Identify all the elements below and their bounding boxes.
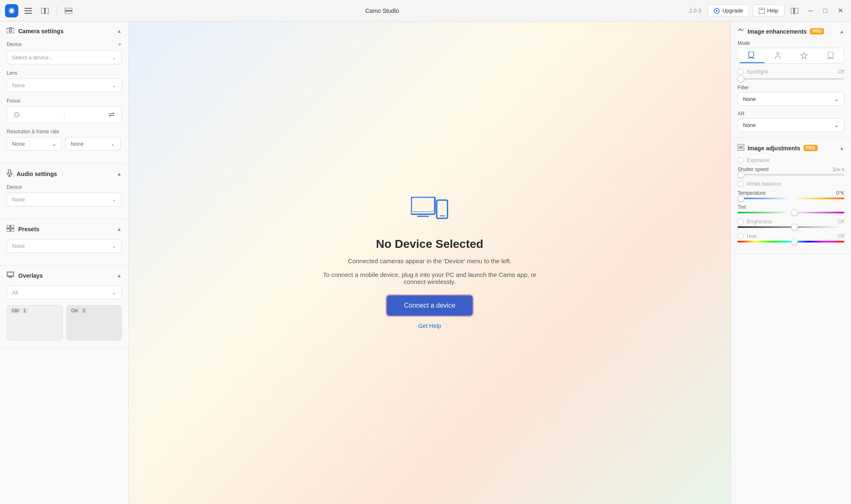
overlays-filter-select[interactable]: All ⌄ — [7, 286, 122, 299]
audio-device-value: None — [12, 196, 25, 203]
maximize-button[interactable]: □ — [819, 5, 831, 17]
svg-rect-13 — [791, 8, 794, 14]
svg-rect-17 — [8, 169, 11, 174]
filter-dropdown[interactable]: None ⌄ — [738, 92, 844, 106]
resolution-label: Resolution & frame rate — [7, 129, 59, 135]
svg-rect-36 — [828, 52, 833, 58]
ar-dropdown[interactable]: None ⌄ — [738, 118, 844, 132]
left-sidebar: Camera settings ▲ Device + Select a devi… — [0, 22, 129, 504]
device-chevron-icon: ⌄ — [112, 54, 116, 61]
image-enhancements-chevron-icon: ▲ — [839, 29, 844, 34]
presets-header[interactable]: Presets ▲ — [0, 219, 128, 239]
framerate-select[interactable]: None ⌄ — [65, 137, 121, 151]
presets-select[interactable]: None ⌄ — [7, 239, 122, 253]
layout-button[interactable] — [38, 4, 52, 17]
overlay-item-2[interactable]: Ctrl 2 — [66, 305, 122, 340]
overlays-filter-chevron-icon: ⌄ — [112, 289, 116, 296]
right-sidebar: Image enhancements PRO ▲ Mode — [730, 22, 851, 504]
svg-rect-28 — [412, 198, 434, 212]
svg-rect-6 — [45, 8, 49, 14]
audio-settings-header[interactable]: Audio settings ▲ — [0, 164, 128, 184]
presets-section: Presets ▲ None ⌄ — [0, 219, 128, 266]
audio-icon — [7, 169, 12, 179]
focus-label: Focus — [7, 98, 20, 104]
shutter-speed-slider[interactable] — [738, 174, 844, 176]
focus-adjust-icon[interactable]: ⇌ — [108, 110, 115, 119]
close-button[interactable]: ✕ — [834, 5, 846, 17]
svg-rect-25 — [7, 272, 13, 276]
white-balance-row: White balance — [738, 181, 844, 187]
svg-rect-23 — [11, 229, 14, 232]
exposure-label: Exposure — [747, 157, 770, 163]
brightness-label: Brightness — [747, 218, 772, 225]
brightness-row: Brightness Off — [738, 218, 844, 225]
svg-rect-21 — [11, 225, 14, 228]
minimize-button[interactable]: ─ — [804, 5, 816, 17]
resolution-framerate-row: None ⌄ None ⌄ — [7, 137, 122, 151]
focus-dot-icon[interactable]: ⊙ — [14, 110, 20, 119]
spotlight-slider[interactable] — [738, 78, 844, 80]
split-view-button[interactable] — [788, 4, 801, 17]
mode-silhouette-button[interactable] — [817, 48, 844, 63]
overlay-key-1: Ctrl — [10, 308, 20, 313]
lens-select[interactable]: None ⌄ — [7, 78, 122, 92]
lens-chevron-icon: ⌄ — [112, 82, 116, 88]
no-device-subtitle: Connected cameras appear in the 'Device'… — [348, 257, 511, 264]
shutter-speed-value: 1/∞ s — [833, 166, 844, 172]
hue-label: Hue — [747, 233, 757, 239]
brightness-slider[interactable] — [738, 226, 844, 228]
audio-device-select[interactable]: None ⌄ — [7, 193, 122, 206]
mode-person-button[interactable] — [765, 48, 791, 63]
overlay-item-1[interactable]: Ctrl 1 — [7, 305, 63, 340]
view-toggle-button[interactable] — [62, 4, 75, 17]
svg-point-16 — [9, 29, 12, 32]
spotlight-checkbox[interactable] — [738, 69, 743, 75]
mode-portrait-button[interactable] — [738, 48, 765, 63]
overlays-chevron-icon: ▲ — [117, 273, 122, 279]
image-adjustments-title: Image adjustments — [748, 145, 800, 152]
device-select[interactable]: Select a device... ⌄ — [7, 51, 122, 64]
hue-checkbox[interactable] — [738, 233, 743, 239]
hue-slider[interactable] — [738, 241, 844, 242]
filter-label: Filter — [738, 85, 749, 91]
exposure-checkbox[interactable] — [738, 157, 743, 163]
svg-point-33 — [740, 29, 741, 30]
white-balance-label: White balance — [747, 181, 781, 187]
brightness-checkbox[interactable] — [738, 219, 743, 225]
tint-slider[interactable] — [738, 212, 844, 213]
lens-label: Lens — [7, 70, 17, 76]
presets-content: None ⌄ — [0, 239, 128, 265]
svg-rect-34 — [749, 51, 754, 57]
device-label: Device — [7, 42, 22, 47]
lens-select-value: None — [12, 82, 25, 88]
filter-chevron-icon: ⌄ — [834, 96, 839, 102]
help-button[interactable]: Help — [753, 5, 785, 17]
sidebar-toggle-button[interactable] — [22, 4, 35, 17]
image-adjustments-chevron-icon: ▲ — [839, 145, 844, 151]
presets-title: Presets — [18, 226, 39, 232]
connect-device-button[interactable]: Connect a device — [386, 295, 473, 316]
overlay-num-2: 2 — [81, 308, 87, 313]
center-content: No Device Selected Connected cameras app… — [129, 22, 730, 504]
overlays-header[interactable]: Overlays ▲ — [0, 266, 128, 286]
framerate-chevron-icon: ⌄ — [111, 141, 115, 147]
svg-point-1 — [10, 9, 14, 13]
temperature-slider[interactable] — [738, 198, 844, 199]
add-device-icon[interactable]: + — [118, 41, 122, 48]
camera-settings-title: Camera settings — [18, 28, 64, 34]
overlay-num-1: 1 — [22, 308, 28, 313]
image-adjustments-icon — [738, 144, 744, 152]
ar-label: AR — [738, 111, 745, 117]
get-help-link[interactable]: Get Help — [418, 323, 441, 329]
image-enhancements-title: Image enhancements — [748, 28, 807, 35]
overlay-key-2: Ctrl — [70, 308, 80, 313]
resolution-select[interactable]: None ⌄ — [7, 137, 62, 151]
upgrade-button[interactable]: Upgrade — [708, 5, 749, 17]
camera-settings-header[interactable]: Camera settings ▲ — [0, 22, 128, 41]
resolution-chevron-icon: ⌄ — [52, 141, 57, 147]
exposure-row: Exposure — [738, 157, 844, 163]
mode-star-button[interactable] — [791, 48, 818, 63]
svg-point-10 — [716, 10, 718, 12]
overlays-filter-value: All — [12, 289, 18, 296]
white-balance-checkbox[interactable] — [738, 181, 743, 187]
